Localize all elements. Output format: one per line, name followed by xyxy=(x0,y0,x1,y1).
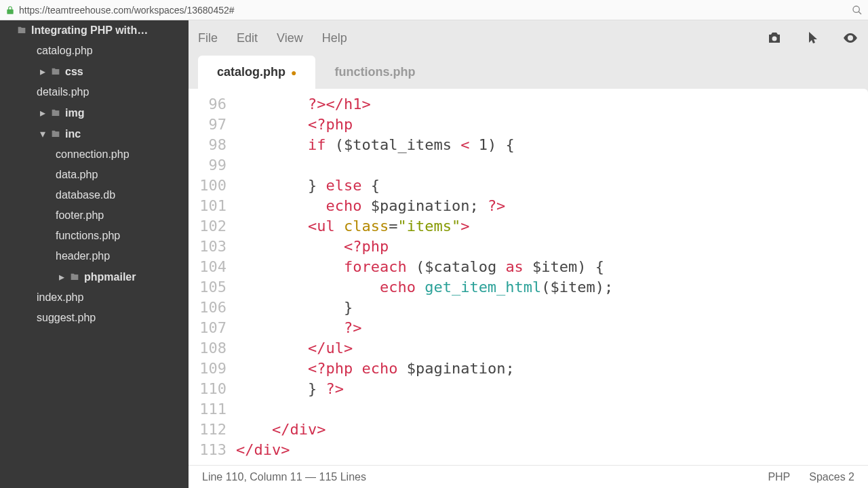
menu-file[interactable]: File xyxy=(198,31,218,45)
lock-icon xyxy=(5,5,15,15)
sidebar-item-label: css xyxy=(65,66,83,78)
url-text[interactable]: https://teamtreehouse.com/workspaces/136… xyxy=(19,5,852,16)
sidebar-item-connection-php[interactable]: connection.php xyxy=(0,144,189,165)
sidebar-root[interactable]: Integrating PHP with… xyxy=(0,20,189,41)
status-position: Line 110, Column 11 — 115 Lines xyxy=(202,471,366,483)
sidebar-item-label: phpmailer xyxy=(84,271,136,283)
sidebar-item-label: functions.php xyxy=(56,230,120,242)
chevron-down-icon: ▾ xyxy=(37,127,49,140)
line-gutter: 9697989910010110210310410510610710810911… xyxy=(189,89,236,465)
tab-functions-php[interactable]: functions.php xyxy=(315,56,434,89)
tab-catalog-php[interactable]: catalog.php● xyxy=(198,56,315,89)
sidebar-item-header-php[interactable]: header.php xyxy=(0,246,189,266)
sidebar-item-label: index.php xyxy=(37,291,83,304)
chevron-right-icon: ▸ xyxy=(37,65,49,78)
sidebar-item-label: details.php xyxy=(37,86,89,98)
sidebar-item-details-php[interactable]: details.php xyxy=(0,82,189,102)
sidebar-item-label: data.php xyxy=(56,169,98,181)
sidebar-item-inc[interactable]: ▾inc xyxy=(0,123,189,144)
top-menu-bar: File Edit View Help xyxy=(189,20,868,56)
file-tree-sidebar: Integrating PHP with… catalog.php▸cssdet… xyxy=(0,20,189,488)
dirty-indicator-icon: ● xyxy=(291,67,296,78)
sidebar-item-label: catalog.php xyxy=(37,45,93,57)
svg-point-0 xyxy=(853,6,859,12)
svg-point-2 xyxy=(772,37,777,41)
sidebar-item-img[interactable]: ▸img xyxy=(0,102,189,123)
status-bar: Line 110, Column 11 — 115 Lines PHP Spac… xyxy=(189,465,868,488)
folder-icon xyxy=(15,25,28,36)
camera-icon[interactable] xyxy=(766,30,783,46)
sidebar-item-functions-php[interactable]: functions.php xyxy=(0,226,189,246)
folder-icon xyxy=(49,108,62,119)
chevron-right-icon: ▸ xyxy=(56,270,68,283)
pointer-icon[interactable] xyxy=(804,30,821,46)
folder-icon xyxy=(49,66,62,77)
folder-icon xyxy=(49,129,62,140)
sidebar-item-label: connection.php xyxy=(56,148,130,161)
sidebar-item-label: database.db xyxy=(56,189,115,201)
sidebar-item-footer-php[interactable]: footer.php xyxy=(0,205,189,226)
browser-address-bar: https://teamtreehouse.com/workspaces/136… xyxy=(0,0,868,20)
main-panel: File Edit View Help catalog.php●function… xyxy=(189,20,868,488)
svg-point-3 xyxy=(849,37,852,39)
sidebar-item-label: inc xyxy=(65,128,81,140)
code-content[interactable]: ?></h1> <?php if ($total_items < 1) { } … xyxy=(236,89,868,465)
status-language[interactable]: PHP xyxy=(768,471,790,483)
eye-icon[interactable] xyxy=(842,30,859,46)
sidebar-item-database-db[interactable]: database.db xyxy=(0,185,189,205)
folder-icon xyxy=(68,272,81,283)
sidebar-item-data-php[interactable]: data.php xyxy=(0,165,189,185)
sidebar-item-label: img xyxy=(65,107,84,119)
sidebar-item-label: suggest.php xyxy=(37,312,96,324)
sidebar-item-index-php[interactable]: index.php xyxy=(0,287,189,308)
sidebar-item-phpmailer[interactable]: ▸phpmailer xyxy=(0,266,189,287)
sidebar-item-css[interactable]: ▸css xyxy=(0,61,189,82)
magnify-icon[interactable] xyxy=(852,5,863,16)
sidebar-item-catalog-php[interactable]: catalog.php xyxy=(0,41,189,61)
sidebar-item-label: header.php xyxy=(56,250,110,262)
menu-help[interactable]: Help xyxy=(322,31,347,45)
sidebar-item-suggest-php[interactable]: suggest.php xyxy=(0,308,189,328)
status-spaces[interactable]: Spaces 2 xyxy=(809,471,854,483)
code-editor[interactable]: 9697989910010110210310410510610710810911… xyxy=(189,89,868,465)
editor-tabs: catalog.php●functions.php xyxy=(189,56,868,89)
menu-view[interactable]: View xyxy=(277,31,303,45)
sidebar-item-label: footer.php xyxy=(56,209,104,222)
chevron-right-icon: ▸ xyxy=(37,106,49,119)
menu-edit[interactable]: Edit xyxy=(237,31,258,45)
svg-line-1 xyxy=(859,12,861,14)
